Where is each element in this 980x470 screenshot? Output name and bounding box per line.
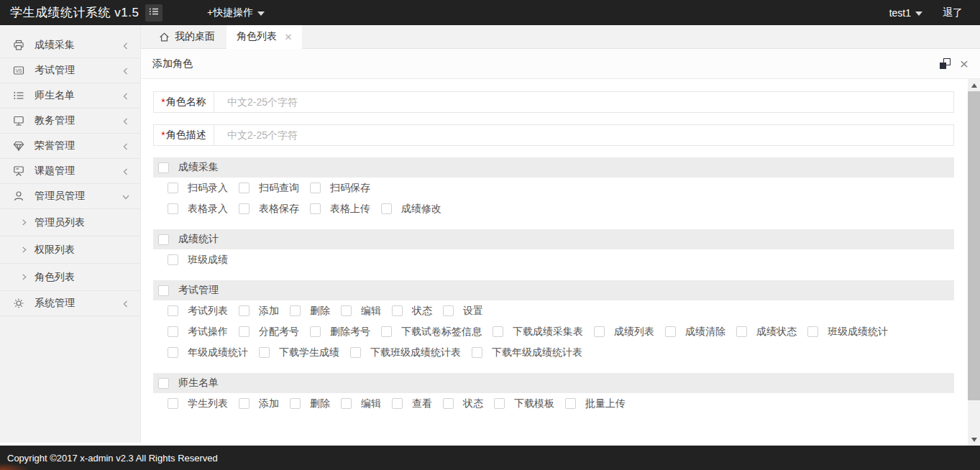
perm-item-删除[interactable]: 删除: [290, 305, 330, 318]
perm-item-下载试卷标签信息[interactable]: 下载试卷标签信息: [381, 326, 482, 338]
sidebar-item-教务管理[interactable]: 教务管理: [0, 109, 140, 134]
perm-item-批量上传[interactable]: 批量上传: [565, 397, 626, 410]
checkbox-下载班级成绩统计表[interactable]: [350, 347, 361, 358]
scroll-down-arrow[interactable]: [968, 433, 980, 446]
perm-item-编辑[interactable]: 编辑: [341, 397, 381, 410]
perm-item-考试列表[interactable]: 考试列表: [168, 305, 228, 318]
user-menu[interactable]: test1: [889, 7, 922, 19]
checkbox-下载模板[interactable]: [494, 398, 505, 409]
perm-item-成绩列表[interactable]: 成绩列表: [594, 326, 654, 338]
input-角色描述[interactable]: [214, 125, 953, 145]
checkbox-下载成绩采集表[interactable]: [493, 326, 503, 337]
sidebar-subitem-权限列表[interactable]: 权限列表: [0, 236, 140, 264]
perm-item-下载班级成绩统计表[interactable]: 下载班级成绩统计表: [350, 346, 461, 359]
checkbox-表格录入[interactable]: [168, 203, 178, 214]
checkbox-考试操作[interactable]: [168, 326, 178, 337]
perm-item-年级成绩统计[interactable]: 年级成绩统计: [168, 346, 248, 359]
vertical-scrollbar[interactable]: [968, 79, 980, 446]
perm-item-成绩清除[interactable]: 成绩清除: [665, 326, 725, 338]
perm-item-状态[interactable]: 状态: [392, 305, 432, 318]
checkbox-添加[interactable]: [239, 398, 249, 409]
perm-item-下载年级成绩统计表[interactable]: 下载年级成绩统计表: [472, 346, 582, 359]
checkbox-班级成绩[interactable]: [168, 254, 178, 265]
checkbox-批量上传[interactable]: [565, 398, 576, 409]
checkbox-编辑[interactable]: [341, 398, 352, 409]
restore-window-icon[interactable]: [940, 58, 951, 69]
checkbox-表格上传[interactable]: [310, 203, 321, 214]
checkbox-删除[interactable]: [290, 305, 301, 316]
perm-item-分配考号[interactable]: 分配考号: [239, 326, 299, 338]
close-panel-icon[interactable]: ×: [960, 56, 968, 71]
checkbox-班级成绩统计[interactable]: [807, 326, 818, 337]
sidebar-subitem-角色列表[interactable]: 角色列表: [0, 264, 140, 291]
logout-button[interactable]: 退了: [943, 6, 963, 19]
checkbox-成绩状态[interactable]: [736, 326, 747, 337]
checkbox-分配考号[interactable]: [239, 326, 249, 337]
perm-item-添加[interactable]: 添加: [239, 397, 279, 410]
checkbox-查看[interactable]: [392, 398, 403, 409]
perm-item-扫码查询[interactable]: 扫码查询: [239, 182, 299, 195]
perm-item-下载模板[interactable]: 下载模板: [494, 397, 554, 410]
checkbox-成绩统计[interactable]: [158, 234, 169, 245]
perm-item-班级成绩[interactable]: 班级成绩: [168, 254, 228, 267]
perm-item-删除考号[interactable]: 删除考号: [310, 326, 370, 338]
perm-item-编辑[interactable]: 编辑: [341, 305, 381, 318]
perm-item-表格保存[interactable]: 表格保存: [239, 203, 299, 216]
tab-close-icon[interactable]: ×: [285, 31, 292, 43]
perm-item-删除[interactable]: 删除: [290, 397, 330, 410]
tab-角色列表[interactable]: 角色列表×: [226, 25, 302, 49]
checkbox-下载年级成绩统计表[interactable]: [472, 347, 482, 358]
checkbox-年级成绩统计[interactable]: [168, 347, 178, 358]
checkbox-添加[interactable]: [239, 305, 249, 316]
sidebar-item-荣誉管理[interactable]: 荣誉管理: [0, 134, 140, 159]
quick-actions-menu[interactable]: +快捷操作: [207, 6, 265, 19]
sidebar-subitem-管理员列表[interactable]: 管理员列表: [0, 209, 140, 236]
checkbox-删除考号[interactable]: [310, 326, 321, 337]
checkbox-设置[interactable]: [443, 305, 454, 316]
checkbox-考试列表[interactable]: [168, 305, 178, 316]
checkbox-状态[interactable]: [392, 305, 403, 316]
checkbox-师生名单[interactable]: [158, 378, 169, 389]
perm-item-成绩状态[interactable]: 成绩状态: [736, 326, 797, 338]
perm-item-表格上传[interactable]: 表格上传: [310, 203, 370, 216]
scroll-up-arrow[interactable]: [968, 79, 980, 91]
checkbox-表格保存[interactable]: [239, 203, 249, 214]
scrollbar-thumb[interactable]: [968, 91, 980, 400]
perm-item-状态[interactable]: 状态: [443, 397, 483, 410]
perm-item-扫码录入[interactable]: 扫码录入: [168, 182, 228, 195]
sidebar-item-成绩采集[interactable]: 成绩采集: [0, 33, 140, 58]
input-角色名称[interactable]: [214, 92, 953, 112]
checkbox-扫码录入[interactable]: [168, 183, 178, 193]
checkbox-扫码保存[interactable]: [310, 183, 321, 193]
perm-item-添加[interactable]: 添加: [239, 305, 279, 318]
perm-item-查看[interactable]: 查看: [392, 397, 432, 410]
perm-item-下载成绩采集表[interactable]: 下载成绩采集表: [493, 326, 583, 338]
checkbox-成绩列表[interactable]: [594, 326, 605, 337]
sidebar-item-师生名单[interactable]: 师生名单: [0, 83, 140, 109]
checkbox-删除[interactable]: [290, 398, 301, 409]
sidebar-item-考试管理[interactable]: VS考试管理: [0, 58, 140, 83]
checkbox-下载学生成绩[interactable]: [259, 347, 270, 358]
tab-我的桌面[interactable]: 我的桌面: [147, 25, 226, 48]
perm-item-下载学生成绩[interactable]: 下载学生成绩: [259, 346, 339, 359]
perm-item-成绩修改[interactable]: 成绩修改: [381, 203, 441, 216]
perm-item-学生列表[interactable]: 学生列表: [168, 397, 228, 410]
checkbox-状态[interactable]: [443, 398, 454, 409]
sidebar-item-管理员管理[interactable]: 管理员管理: [0, 184, 140, 209]
sidebar-item-课题管理[interactable]: 课题管理: [0, 159, 140, 184]
checkbox-考试管理[interactable]: [158, 285, 169, 296]
checkbox-学生列表[interactable]: [168, 398, 178, 409]
checkbox-成绩清除[interactable]: [665, 326, 676, 337]
perm-item-表格录入[interactable]: 表格录入: [168, 203, 228, 216]
perm-item-设置[interactable]: 设置: [443, 305, 483, 318]
checkbox-成绩修改[interactable]: [381, 203, 392, 214]
sidebar-item-系统管理[interactable]: 系统管理: [0, 291, 140, 316]
checkbox-下载试卷标签信息[interactable]: [381, 326, 392, 337]
perm-item-扫码保存[interactable]: 扫码保存: [310, 182, 370, 195]
checkbox-成绩采集[interactable]: [158, 162, 169, 173]
checkbox-扫码查询[interactable]: [239, 183, 249, 193]
sidebar-toggle-button[interactable]: [145, 4, 162, 22]
perm-item-考试操作[interactable]: 考试操作: [168, 326, 228, 338]
checkbox-编辑[interactable]: [341, 305, 352, 316]
perm-item-班级成绩统计[interactable]: 班级成绩统计: [807, 326, 888, 338]
